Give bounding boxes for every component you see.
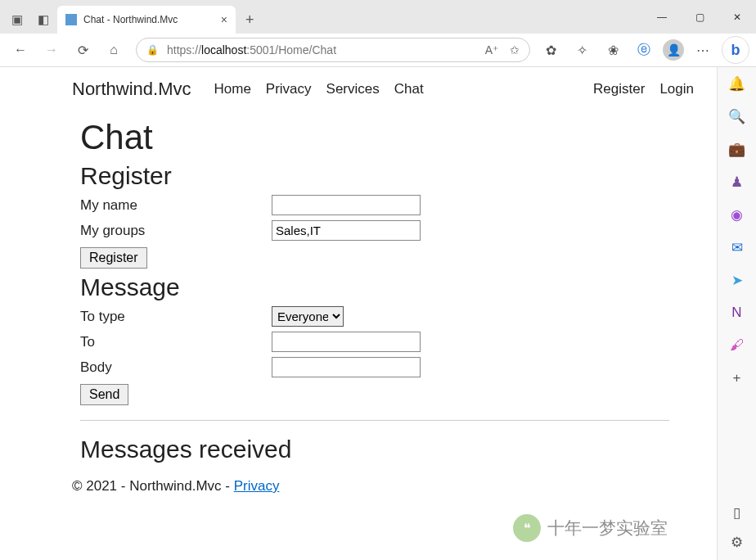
message-heading: Message — [80, 273, 694, 301]
back-button[interactable]: ← — [7, 37, 34, 63]
profile-avatar[interactable]: 👤 — [663, 39, 684, 61]
maximize-button[interactable]: ▢ — [681, 4, 718, 30]
outlook-icon[interactable]: ✉ — [727, 237, 747, 257]
url-prefix: https:// — [167, 43, 201, 56]
nav-home[interactable]: Home — [214, 81, 250, 97]
notifications-icon[interactable]: 🔔 — [727, 74, 747, 93]
read-aloud-icon[interactable]: A⁺ — [485, 43, 498, 56]
lock-icon: 🔒 — [146, 44, 159, 56]
close-window-button[interactable]: ✕ — [718, 4, 756, 30]
address-bar-icons: A⁺ ✩ — [485, 43, 520, 56]
watermark-icon: ❝ — [513, 514, 541, 542]
totype-select[interactable]: Everyone — [272, 306, 344, 327]
collections-icon[interactable]: ❀ — [601, 38, 625, 62]
page-title: Chat — [80, 118, 694, 157]
totype-label: To type — [80, 309, 272, 325]
tab-spacer: ▣ ◧ — [7, 12, 57, 34]
browser-tab[interactable]: Chat - Northwind.Mvc × — [57, 6, 236, 34]
to-input[interactable] — [272, 332, 421, 352]
tabs-icon[interactable]: ◧ — [38, 12, 49, 27]
groups-input[interactable] — [272, 220, 421, 241]
ie-mode-icon[interactable]: ⓔ — [632, 38, 656, 62]
nav-login[interactable]: Login — [659, 81, 694, 97]
workspace-icon[interactable]: ▣ — [11, 12, 23, 27]
shopping-icon[interactable]: 💼 — [727, 139, 747, 159]
site-nav: Northwind.Mvc Home Privacy Services Chat… — [0, 67, 717, 106]
tab-favicon — [65, 14, 77, 25]
close-tab-icon[interactable]: × — [221, 13, 227, 26]
favorites-icon[interactable]: ✧ — [569, 38, 594, 62]
brand[interactable]: Northwind.Mvc — [72, 79, 191, 100]
name-input[interactable] — [272, 195, 421, 215]
bing-icon[interactable]: b — [722, 36, 749, 64]
menu-icon[interactable]: ⋯ — [691, 38, 715, 62]
url-text: https://localhost:5001/Home/Chat — [167, 43, 336, 56]
nav-chat[interactable]: Chat — [394, 81, 424, 97]
edge-sidebar: 🔔 🔍 💼 ♟ ◉ ✉ ➤ N 🖌 + ▯ ⚙ — [717, 67, 756, 560]
settings-icon[interactable]: ⚙ — [727, 532, 747, 552]
separator — [80, 420, 669, 421]
main-content: Chat Register My name My groups Register… — [0, 106, 717, 463]
toolbar-right: ✿ ✧ ❀ ⓔ 👤 ⋯ b — [538, 36, 749, 64]
add-sidebar-icon[interactable]: + — [727, 368, 747, 388]
send-button[interactable]: Send — [80, 384, 128, 405]
register-button[interactable]: Register — [80, 247, 147, 269]
forward-button: → — [38, 37, 65, 63]
favorite-icon[interactable]: ✩ — [510, 43, 520, 56]
browser-toolbar: ← → ⟳ ⌂ 🔒 https://localhost:5001/Home/Ch… — [0, 34, 756, 67]
register-heading: Register — [80, 162, 694, 190]
minimize-button[interactable]: — — [643, 4, 681, 30]
name-label: My name — [80, 197, 272, 214]
office-icon[interactable]: ◉ — [727, 205, 747, 224]
body-label: Body — [80, 359, 272, 376]
nav-register[interactable]: Register — [593, 81, 645, 97]
url-host: localhost — [201, 43, 246, 56]
url-path: :5001/Home/Chat — [246, 43, 336, 56]
copyright: © 2021 - Northwind.Mvc - — [72, 478, 234, 494]
address-bar[interactable]: 🔒 https://localhost:5001/Home/Chat A⁺ ✩ — [136, 38, 530, 62]
nav-services[interactable]: Services — [326, 81, 380, 97]
footer: © 2021 - Northwind.Mvc - Privacy — [0, 463, 717, 495]
search-icon[interactable]: 🔍 — [727, 106, 747, 126]
tools-icon[interactable]: 🖌 — [727, 336, 747, 355]
new-tab-button[interactable]: + — [236, 11, 264, 34]
page-viewport: Northwind.Mvc Home Privacy Services Chat… — [0, 67, 717, 560]
collapse-sidebar-icon[interactable]: ▯ — [727, 503, 747, 522]
tab-title: Chat - Northwind.Mvc — [83, 14, 178, 25]
home-button[interactable]: ⌂ — [100, 37, 128, 63]
nav-privacy[interactable]: Privacy — [266, 81, 312, 97]
groups-label: My groups — [80, 223, 272, 239]
browser-titlebar: ▣ ◧ Chat - Northwind.Mvc × + — ▢ ✕ — [0, 0, 756, 34]
extensions-icon[interactable]: ✿ — [538, 38, 563, 62]
received-heading: Messages received — [80, 436, 694, 463]
refresh-button[interactable]: ⟳ — [69, 37, 97, 63]
onenote-icon[interactable]: N — [727, 303, 747, 323]
window-controls: — ▢ ✕ — [643, 0, 756, 34]
watermark-text: 十年一梦实验室 — [547, 517, 668, 540]
footer-privacy-link[interactable]: Privacy — [234, 478, 280, 494]
games-icon[interactable]: ♟ — [727, 172, 747, 192]
send-icon[interactable]: ➤ — [727, 270, 747, 290]
body-input[interactable] — [272, 357, 421, 377]
to-label: To — [80, 334, 272, 350]
watermark: ❝ 十年一梦实验室 — [513, 514, 668, 542]
